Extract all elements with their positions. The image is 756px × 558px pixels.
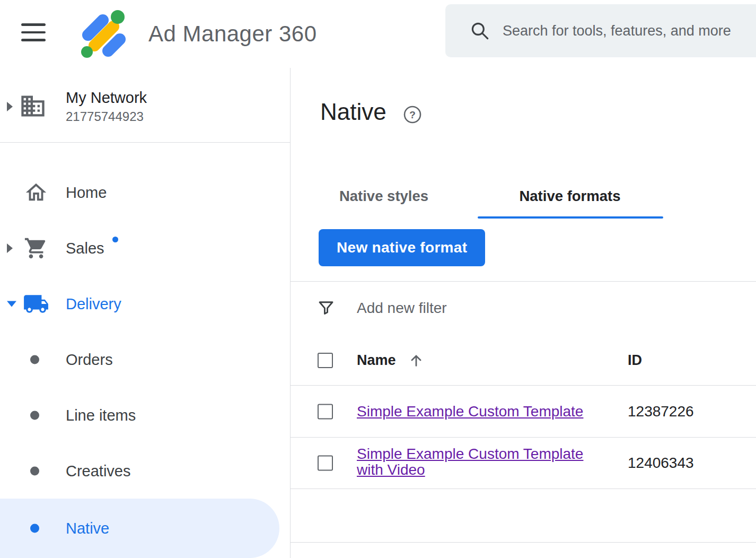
- sidebar-divider: [0, 142, 290, 143]
- sidebar-item-sales[interactable]: Sales: [0, 220, 290, 276]
- table-header: Name ID: [291, 335, 756, 386]
- sidebar: My Network 21775744923 Home Sales Delive…: [0, 68, 290, 558]
- native-format-id: 12406343: [628, 455, 694, 472]
- top-app-bar: Ad Manager 360: [0, 0, 756, 68]
- page-title: Native: [320, 99, 386, 125]
- svg-text:?: ?: [409, 109, 416, 120]
- bullet-icon: [30, 411, 39, 420]
- chevron-right-icon[interactable]: [7, 102, 13, 111]
- native-format-link[interactable]: Simple Example Custom Template with Vide…: [357, 446, 606, 478]
- tab-bar: Native styles Native formats: [291, 179, 756, 213]
- native-format-link[interactable]: Simple Example Custom Template: [357, 404, 583, 420]
- column-header-id[interactable]: ID: [628, 352, 642, 369]
- sidebar-item-native[interactable]: Native: [0, 499, 290, 558]
- native-format-id: 12387226: [628, 403, 694, 420]
- divider: [291, 542, 756, 543]
- network-building-icon: [19, 92, 47, 120]
- column-header-name[interactable]: Name: [357, 352, 396, 369]
- tab-native-styles[interactable]: Native styles: [334, 179, 434, 213]
- ad-manager-logo[interactable]: [78, 7, 129, 58]
- bullet-icon: [30, 524, 39, 533]
- help-icon[interactable]: ?: [403, 105, 422, 124]
- table-row: Simple Example Custom Template 12387226: [291, 386, 756, 438]
- select-all-checkbox[interactable]: [318, 353, 333, 368]
- sidebar-item-label: Creatives: [66, 462, 131, 479]
- sidebar-item-delivery[interactable]: Delivery: [0, 276, 290, 332]
- filter-funnel-icon: [317, 299, 336, 318]
- new-native-format-button[interactable]: New native format: [319, 229, 485, 266]
- app-title: Ad Manager 360: [148, 0, 317, 68]
- bullet-icon: [30, 355, 39, 364]
- bullet-icon: [30, 466, 39, 475]
- active-item-highlight: [0, 499, 279, 558]
- main-content: Native ? Native styles Native formats Ne…: [290, 68, 756, 558]
- sidebar-item-label: Line items: [66, 406, 136, 424]
- cart-icon: [22, 234, 50, 262]
- search-icon: [469, 20, 491, 42]
- network-name: My Network: [66, 89, 147, 107]
- row-checkbox[interactable]: [318, 404, 333, 419]
- active-tab-indicator: [478, 216, 663, 219]
- menu-icon[interactable]: [21, 23, 46, 45]
- home-icon: [22, 179, 50, 206]
- truck-icon: [22, 290, 50, 318]
- notification-dot: [112, 237, 118, 242]
- sidebar-item-orders[interactable]: Orders: [0, 332, 290, 387]
- global-search[interactable]: [445, 4, 756, 57]
- network-id: 21775744923: [66, 109, 144, 124]
- table-row: Simple Example Custom Template with Vide…: [291, 438, 756, 489]
- sidebar-item-line-items[interactable]: Line items: [0, 387, 290, 443]
- sidebar-item-home[interactable]: Home: [0, 164, 290, 220]
- sidebar-item-label: Sales: [66, 239, 104, 257]
- sidebar-item-label: Delivery: [66, 295, 121, 312]
- sidebar-item-label: Orders: [66, 351, 113, 368]
- network-selector[interactable]: My Network 21775744923: [0, 68, 290, 142]
- search-input[interactable]: [503, 23, 756, 39]
- sidebar-item-label: Home: [66, 184, 107, 201]
- sidebar-item-label: Native: [66, 520, 109, 537]
- chevron-down-icon[interactable]: [7, 301, 16, 307]
- chevron-right-icon[interactable]: [7, 243, 13, 253]
- row-checkbox[interactable]: [318, 456, 333, 471]
- filter-bar[interactable]: Add new filter: [291, 281, 756, 335]
- tab-native-formats[interactable]: Native formats: [513, 179, 627, 213]
- add-filter-label[interactable]: Add new filter: [357, 300, 447, 317]
- sort-ascending-icon[interactable]: [408, 352, 424, 368]
- sidebar-item-creatives[interactable]: Creatives: [0, 443, 290, 499]
